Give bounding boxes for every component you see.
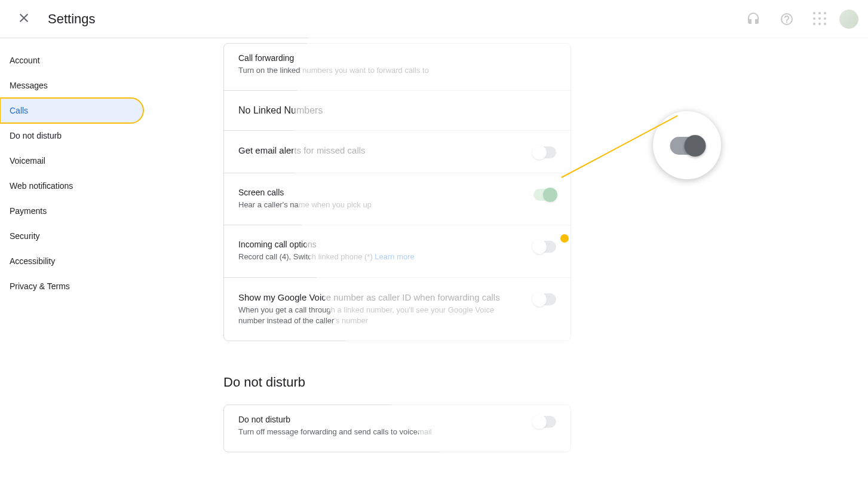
sidebar-item-label: Messages	[10, 81, 48, 90]
sidebar-item-label: Calls	[10, 106, 28, 115]
show-voice-number-row: Show my Google Voice number as caller ID…	[224, 277, 571, 341]
settings-sidebar: Account Messages Calls Do not disturb Vo…	[0, 38, 148, 478]
page-title: Settings	[48, 11, 96, 27]
sidebar-item-security[interactable]: Security	[0, 223, 143, 249]
screen-calls-toggle[interactable]	[533, 189, 556, 201]
sidebar-item-voicemail[interactable]: Voicemail	[0, 148, 143, 173]
close-button[interactable]	[10, 4, 38, 34]
dnd-row: Do not disturb Turn off message forwardi…	[224, 405, 571, 452]
dnd-title: Do not disturb	[238, 415, 519, 424]
screen-calls-description: Hear a caller's name when you pick up	[238, 200, 519, 210]
learn-more-link[interactable]: Learn more	[375, 252, 414, 261]
dnd-description: Turn off message forwarding and send cal…	[238, 427, 519, 437]
incoming-call-options-row: Incoming call options Record call (4), S…	[224, 225, 571, 277]
sidebar-item-account[interactable]: Account	[0, 48, 143, 73]
show-voice-number-toggle[interactable]	[533, 293, 556, 305]
sidebar-item-label: Account	[10, 56, 40, 65]
sidebar-item-label: Privacy & Terms	[10, 281, 70, 291]
no-linked-numbers-text: No Linked Numbers	[224, 90, 571, 130]
sidebar-item-payments[interactable]: Payments	[0, 198, 143, 223]
google-apps-icon[interactable]	[806, 5, 835, 33]
sidebar-item-privacy-terms[interactable]: Privacy & Terms	[0, 274, 143, 299]
incoming-call-options-toggle[interactable]	[533, 241, 556, 253]
screen-calls-row: Screen calls Hear a caller's name when y…	[224, 173, 571, 225]
sidebar-item-label: Security	[10, 231, 40, 241]
show-voice-number-title: Show my Google Voice number as caller ID…	[238, 292, 519, 302]
call-forwarding-description: Turn on the linked numbers you want to f…	[238, 65, 556, 76]
calls-section-card: Call forwarding Turn on the linked numbe…	[223, 43, 571, 341]
email-alerts-title: Get email alerts for missed calls	[238, 145, 519, 155]
avatar[interactable]	[839, 10, 858, 29]
sidebar-item-do-not-disturb[interactable]: Do not disturb	[0, 123, 143, 148]
help-icon[interactable]	[772, 5, 801, 33]
dnd-section-card: Do not disturb Turn off message forwardi…	[223, 405, 571, 452]
screen-calls-title: Screen calls	[238, 188, 519, 197]
app-header: Settings	[0, 0, 868, 38]
sidebar-item-label: Web notifications	[10, 181, 73, 191]
sidebar-item-messages[interactable]: Messages	[0, 73, 143, 98]
email-alerts-row: Get email alerts for missed calls	[224, 130, 571, 173]
headset-icon[interactable]	[739, 5, 768, 33]
sidebar-item-web-notifications[interactable]: Web notifications	[0, 173, 143, 198]
sidebar-item-label: Accessibility	[10, 256, 55, 266]
incoming-call-options-description: Record call (4), Switch linked phone (*)	[238, 252, 375, 261]
email-alerts-toggle[interactable]	[533, 146, 556, 158]
call-forwarding-title: Call forwarding	[238, 53, 556, 63]
sidebar-item-label: Voicemail	[10, 156, 45, 166]
settings-content: Call forwarding Turn on the linked numbe…	[148, 38, 868, 478]
dnd-section-title: Do not disturb	[223, 375, 571, 390]
sidebar-item-label: Do not disturb	[10, 131, 62, 140]
sidebar-item-label: Payments	[10, 206, 47, 216]
dnd-toggle[interactable]	[533, 416, 556, 428]
incoming-call-options-title: Incoming call options	[238, 240, 519, 249]
sidebar-item-accessibility[interactable]: Accessibility	[0, 249, 143, 274]
call-forwarding-row: Call forwarding Turn on the linked numbe…	[224, 44, 571, 90]
show-voice-number-description: When you get a call through a linked num…	[238, 305, 519, 326]
close-icon	[17, 11, 31, 25]
sidebar-item-calls[interactable]: Calls	[0, 98, 143, 123]
